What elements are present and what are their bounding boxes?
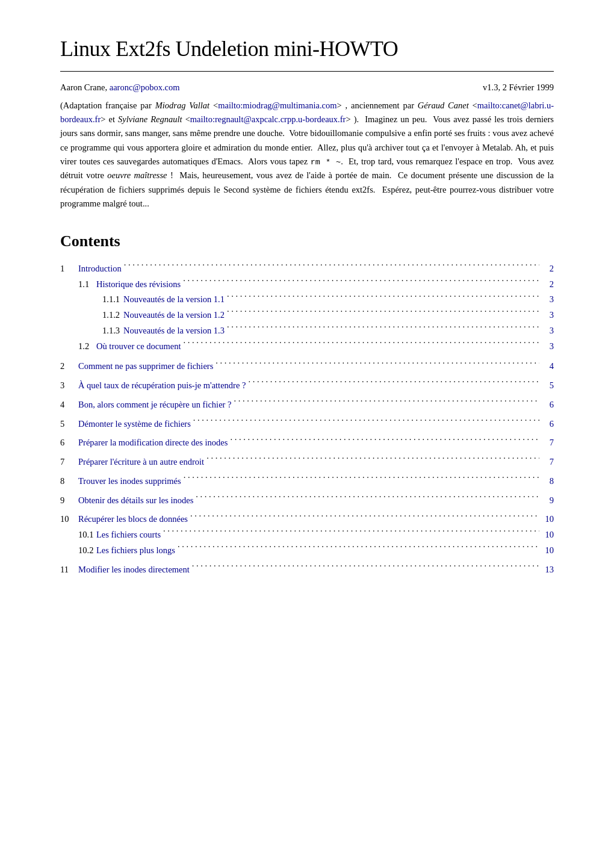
toc-number-3: 3 (60, 379, 78, 392)
toc-number-10: 10 (60, 513, 78, 526)
toc-number-6: 6 (60, 436, 78, 450)
toc-page-2: 4 (542, 360, 554, 373)
toc-dots-1-2 (184, 340, 539, 349)
abstract: (Adaptation française par Miodrag Vallat… (60, 99, 554, 211)
toc-item-10-2: 10.2 Les fichiers plus longs 10 (60, 544, 554, 557)
toc-label-2[interactable]: Comment ne pas supprimer de fichiers (78, 360, 213, 373)
toc-label-10-1[interactable]: Les fichiers courts (96, 529, 161, 542)
toc-number-8: 8 (60, 475, 78, 488)
toc-number-10-2: 10.2 (78, 544, 96, 557)
toc-page-1-2: 3 (542, 340, 554, 353)
toc-label-1-1-3[interactable]: Nouveautés de la version 1.3 (123, 324, 225, 338)
toc-label-11[interactable]: Modifier les inodes directement (78, 563, 190, 577)
toc-page-11: 13 (542, 563, 554, 577)
author-name: Aaron Crane, (60, 82, 107, 92)
page-title: Linux Ext2fs Undeletion mini-HOWTO (60, 36, 554, 61)
toc-dots-1-1-3 (227, 324, 539, 333)
toc-label-7[interactable]: Préparer l'écriture à un autre endroit (78, 456, 204, 469)
toc-label-8[interactable]: Trouver les inodes supprimés (78, 475, 181, 488)
toc-page-10-1: 10 (542, 529, 554, 542)
toc-dots-9 (196, 494, 539, 503)
toc-item-1-1: 1.1 Historique des révisions 2 (60, 278, 554, 291)
toc-item-1-2: 1.2 Où trouver ce document 3 (60, 340, 554, 353)
toc-number-11: 11 (60, 563, 78, 577)
toc-dots-1 (124, 262, 539, 271)
toc-item-9: 9 Obtenir des détails sur les inodes 9 (60, 494, 554, 507)
toc-dots-10-1 (163, 529, 539, 538)
toc-label-1[interactable]: Introduction (78, 262, 122, 276)
toc-dots-10-2 (178, 544, 539, 553)
toc-dots-2 (216, 361, 539, 370)
toc-page-9: 9 (542, 494, 554, 507)
toc-dots-3 (248, 380, 539, 389)
toc-item-1-1-2: 1.1.2 Nouveautés de la version 1.2 3 (60, 309, 554, 322)
toc-label-4[interactable]: Bon, alors comment je récupère un fichie… (78, 398, 231, 412)
version-info: v1.3, 2 Février 1999 (483, 82, 554, 93)
toc-label-10[interactable]: Récupérer les blocs de données (78, 513, 188, 526)
toc-item-7: 7 Préparer l'écriture à un autre endroit… (60, 456, 554, 469)
toc-page-8: 8 (542, 475, 554, 488)
toc-page-1-1-3: 3 (542, 324, 554, 338)
toc-item-10: 10 Récupérer les blocs de données 10 (60, 513, 554, 526)
contents-title: Contents (60, 232, 554, 250)
author-sylviane: Sylviane Regnault (118, 114, 182, 124)
toc-dots-7 (206, 456, 539, 465)
toc-dots-1-1-1 (227, 294, 539, 303)
toc-page-1: 2 (542, 262, 554, 276)
toc-label-9[interactable]: Obtenir des détails sur les inodes (78, 494, 193, 507)
toc-label-1-1-2[interactable]: Nouveautés de la version 1.2 (123, 309, 225, 322)
toc-number-4: 4 (60, 398, 78, 412)
toc-dots-5 (193, 418, 539, 427)
toc-page-1-1-2: 3 (542, 309, 554, 322)
toc-dots-4 (234, 398, 539, 408)
toc-page-7: 7 (542, 456, 554, 469)
sylviane-email[interactable]: mailto:regnault@axpcalc.crpp.u-bordeaux.… (190, 114, 346, 124)
toc-dots-11 (192, 563, 539, 572)
toc-item-10-1: 10.1 Les fichiers courts 10 (60, 529, 554, 542)
toc-label-1-1-1[interactable]: Nouveautés de la version 1.1 (123, 293, 225, 306)
toc-dots-1-1 (183, 278, 539, 287)
title-section: Linux Ext2fs Undeletion mini-HOWTO (60, 36, 554, 72)
toc-page-10-2: 10 (542, 544, 554, 557)
author-miodrag: Miodrag Vallat (155, 101, 209, 110)
toc-number-2: 2 (60, 360, 78, 373)
command-rm: rm * ~ (311, 158, 341, 167)
toc-number-1: 1 (60, 262, 78, 276)
toc-item-11: 11 Modifier les inodes directement 13 (60, 563, 554, 577)
toc-page-1-1: 2 (542, 278, 554, 291)
toc-number-7: 7 (60, 456, 78, 469)
toc-number-1-1: 1.1 (78, 278, 96, 291)
toc-label-1-2[interactable]: Où trouver ce document (96, 340, 181, 353)
toc-dots-6 (230, 437, 539, 446)
toc-item-2: 2 Comment ne pas supprimer de fichiers 4 (60, 360, 554, 373)
toc-page-4: 6 (542, 398, 554, 412)
toc-item-8: 8 Trouver les inodes supprimés 8 (60, 475, 554, 488)
toc-label-3[interactable]: À quel taux de récupération puis-je m'at… (78, 379, 246, 392)
toc-number-9: 9 (60, 494, 78, 507)
author-email[interactable]: aaronc@pobox.com (110, 82, 180, 92)
toc-page-10: 10 (542, 513, 554, 526)
toc-label-5[interactable]: Démonter le système de fichiers (78, 418, 191, 431)
toc-item-1: 1 Introduction 2 (60, 262, 554, 276)
toc-dots-8 (184, 475, 539, 484)
toc-number-1-1-2: 1.1.2 (102, 309, 123, 322)
miodrag-email[interactable]: mailto:miodrag@multimania.com (218, 101, 336, 110)
toc-number-1-1-1: 1.1.1 (102, 293, 123, 306)
table-of-contents: 1 Introduction 2 1.1 Historique des révi… (60, 262, 554, 577)
toc-number-1-1-3: 1.1.3 (102, 324, 123, 338)
toc-number-5: 5 (60, 418, 78, 431)
contents-section: Contents 1 Introduction 2 1.1 Historique… (60, 232, 554, 577)
toc-label-10-2[interactable]: Les fichiers plus longs (96, 544, 175, 557)
toc-number-1-2: 1.2 (78, 340, 96, 353)
toc-item-5: 5 Démonter le système de fichiers 6 (60, 418, 554, 431)
toc-page-5: 6 (542, 418, 554, 431)
toc-number-10-1: 10.1 (78, 529, 96, 542)
toc-label-1-1[interactable]: Historique des révisions (96, 278, 181, 291)
toc-page-3: 5 (542, 379, 554, 392)
toc-item-3: 3 À quel taux de récupération puis-je m'… (60, 379, 554, 392)
toc-page-1-1-1: 3 (542, 293, 554, 306)
author-info: Aaron Crane, aaronc@pobox.com (60, 82, 180, 93)
author-line: Aaron Crane, aaronc@pobox.com v1.3, 2 Fé… (60, 82, 554, 93)
toc-label-6[interactable]: Préparer la modification directe des ino… (78, 436, 228, 450)
toc-dots-10 (190, 513, 539, 522)
